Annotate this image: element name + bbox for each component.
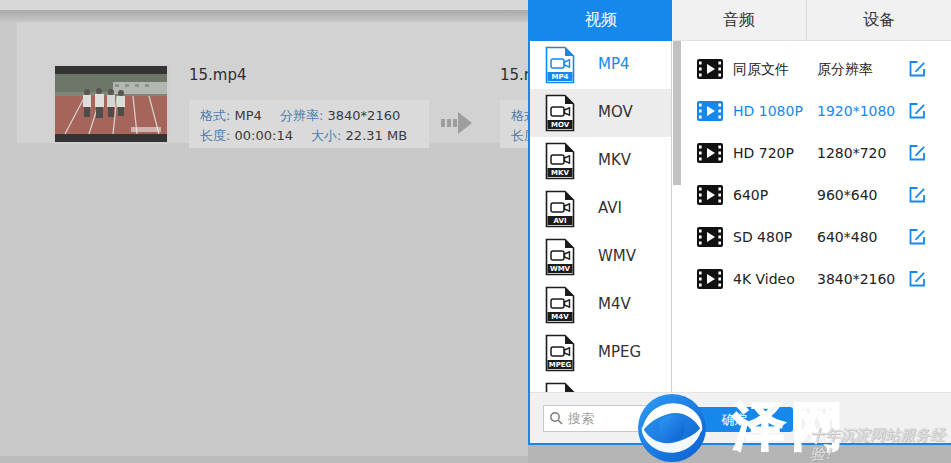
profile-name: 640P <box>733 187 768 203</box>
format-item-mkv[interactable]: MKVMKV <box>530 137 671 185</box>
profile-name: SD 480P <box>733 229 792 245</box>
watermark-swirl-logo <box>630 388 714 463</box>
edit-profile-icon[interactable] <box>908 59 927 82</box>
size-label: 大小: <box>311 128 341 143</box>
resolution-value: 3840*2160 <box>328 108 401 123</box>
edit-profile-icon[interactable] <box>908 143 927 166</box>
format-tabbar: 视频 音频 设备 <box>530 0 951 41</box>
edit-profile-icon[interactable] <box>908 227 927 250</box>
format-list-scrollbar[interactable] <box>671 41 681 392</box>
app-window: 15.mp4 格式: MP4 分辨率: 3840*2160 长度: 00:00:… <box>0 0 951 463</box>
file-type-icon: MP4 <box>545 46 575 88</box>
file-type-icon <box>545 382 575 392</box>
tab-video[interactable]: 视频 <box>530 0 672 41</box>
filmstrip-icon <box>697 143 723 167</box>
search-icon <box>549 411 564 430</box>
file-type-icon: MOV <box>545 94 575 136</box>
length-label: 长度: <box>200 128 230 143</box>
edit-profile-icon[interactable] <box>908 185 927 208</box>
format-item-label: AVI <box>598 199 622 217</box>
format-item-mov[interactable]: MOVMOV <box>530 89 671 137</box>
size-value: 22.31 MB <box>346 128 407 143</box>
profile-resolution: 1280*720 <box>817 145 886 161</box>
profile-resolution: 1920*1080 <box>817 103 895 119</box>
convert-arrow-icon <box>441 112 477 134</box>
source-info-row-2: 长度: 00:00:14 大小: 22.31 MB <box>200 127 425 145</box>
profile-resolution: 原分辨率 <box>817 61 873 79</box>
filmstrip-icon <box>697 59 723 83</box>
format-item-m4v[interactable]: M4VM4V <box>530 281 671 329</box>
format-label: 格式: <box>200 108 230 123</box>
length-value: 00:00:14 <box>235 128 293 143</box>
profile-row-2[interactable]: HD 720P1280*720 <box>681 132 951 174</box>
format-item-label: MKV <box>598 151 631 169</box>
file-type-icon: WMV <box>545 238 575 280</box>
source-info-row-1: 格式: MP4 分辨率: 3840*2160 <box>200 107 425 125</box>
profile-name: HD 1080P <box>733 103 803 119</box>
profile-row-0[interactable]: 同原文件原分辨率 <box>681 48 951 90</box>
svg-text:M4V: M4V <box>551 313 569 321</box>
profile-resolution: 640*480 <box>817 229 877 245</box>
filmstrip-icon <box>697 101 723 125</box>
watermark-slogan: 十年沉淀网站服务经验! <box>810 426 951 463</box>
file-type-icon: MPEG <box>545 334 575 376</box>
source-file-info: 格式: MP4 分辨率: 3840*2160 长度: 00:00:14 大小: … <box>189 100 429 148</box>
source-file-name: 15.mp4 <box>189 66 247 84</box>
svg-text:WMV: WMV <box>550 265 571 273</box>
profile-name: 4K Video <box>733 271 795 287</box>
profile-row-1[interactable]: HD 1080P1920*1080 <box>681 90 951 132</box>
profile-row-3[interactable]: 640P960*640 <box>681 174 951 216</box>
profile-name: HD 720P <box>733 145 794 161</box>
filmstrip-icon <box>697 227 723 251</box>
format-item-label: MPEG <box>598 343 641 361</box>
video-thumbnail-image <box>55 66 167 142</box>
format-value: MP4 <box>235 108 262 123</box>
profile-row-4[interactable]: SD 480P640*480 <box>681 216 951 258</box>
profile-resolution: 3840*2160 <box>817 271 895 287</box>
svg-text:MKV: MKV <box>551 169 569 177</box>
filmstrip-icon <box>697 269 723 293</box>
svg-text:MP4: MP4 <box>552 73 569 81</box>
video-thumbnail <box>53 64 169 144</box>
format-item-wmv[interactable]: WMVWMV <box>530 233 671 281</box>
format-item-mp4[interactable]: MP4MP4 <box>530 41 671 89</box>
tab-audio[interactable]: 音频 <box>672 0 807 41</box>
format-list: MP4MP4MOVMOVMKVMKVAVIAVIWMVWMVM4VM4VMPEG… <box>530 41 671 392</box>
profile-name: 同原文件 <box>733 61 789 79</box>
resolution-label: 分辨率: <box>280 108 323 123</box>
format-item-label: MP4 <box>598 55 630 73</box>
file-type-icon: M4V <box>545 286 575 328</box>
filmstrip-icon <box>697 185 723 209</box>
file-type-icon: AVI <box>545 190 575 232</box>
profile-resolution: 960*640 <box>817 187 877 203</box>
svg-text:AVI: AVI <box>554 217 567 225</box>
format-item-mpeg[interactable]: MPEGMPEG <box>530 329 671 377</box>
file-type-icon: MKV <box>545 142 575 184</box>
scrollbar-thumb[interactable] <box>673 41 681 185</box>
format-item-label: WMV <box>598 247 636 265</box>
format-select-popup: 视频 音频 设备 MP4MP4MOVMOVMKVMKVAVIAVIWMVWMVM… <box>528 0 951 445</box>
format-item-avi[interactable]: AVIAVI <box>530 185 671 233</box>
edit-profile-icon[interactable] <box>908 101 927 124</box>
profile-row-5[interactable]: 4K Video3840*2160 <box>681 258 951 300</box>
svg-text:MOV: MOV <box>551 121 570 129</box>
edit-profile-icon[interactable] <box>908 269 927 292</box>
svg-text:MPEG: MPEG <box>549 361 572 369</box>
format-item-label: MOV <box>598 103 633 121</box>
profile-list: 同原文件原分辨率HD 1080P1920*1080HD 720P1280*720… <box>681 41 951 392</box>
tab-device[interactable]: 设备 <box>807 0 951 41</box>
format-item-label: M4V <box>598 295 631 313</box>
